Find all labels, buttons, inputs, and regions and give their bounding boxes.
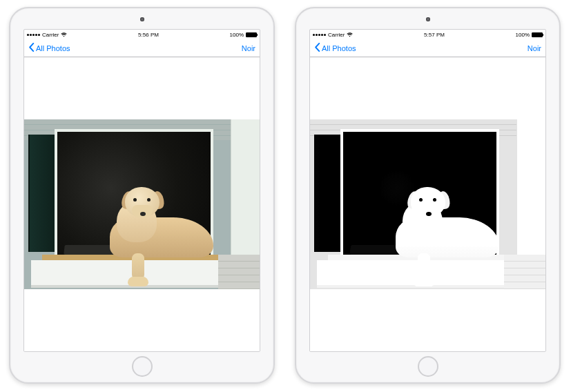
status-time: 5:57 PM (424, 32, 445, 38)
wifi-icon (61, 32, 67, 37)
ipad-device-right: Carrier 5:57 PM 100% All Photos (295, 7, 561, 384)
photo-content[interactable] (24, 57, 260, 351)
back-label: All Photos (322, 44, 356, 52)
nav-bar: All Photos Noir (310, 39, 545, 57)
status-bar: Carrier 5:56 PM 100% (24, 30, 260, 39)
ipad-device-left: Carrier 5:56 PM 100% All Photos (9, 7, 275, 384)
battery-percent: 100% (516, 32, 530, 38)
battery-percent: 100% (230, 32, 244, 38)
status-bar: Carrier 5:57 PM 100% (310, 30, 545, 39)
photo-image-noir (310, 119, 545, 289)
status-time: 5:56 PM (138, 32, 159, 38)
nav-bar: All Photos Noir (24, 39, 260, 57)
photo-content[interactable] (310, 57, 545, 351)
action-label: Noir (528, 44, 541, 52)
battery-icon (532, 32, 543, 37)
action-label: Noir (242, 44, 255, 52)
battery-icon (246, 32, 257, 37)
carrier-label: Carrier (42, 32, 59, 38)
photo-image-color (24, 119, 260, 289)
home-button[interactable] (132, 356, 153, 377)
carrier-label: Carrier (328, 32, 345, 38)
signal-dots-icon (27, 34, 40, 36)
camera-dot (140, 17, 144, 21)
screen: Carrier 5:56 PM 100% All Photos (23, 29, 260, 352)
wifi-icon (347, 32, 353, 37)
home-button[interactable] (418, 356, 438, 377)
screen: Carrier 5:57 PM 100% All Photos (309, 29, 546, 352)
back-button[interactable]: All Photos (28, 43, 70, 53)
back-button[interactable]: All Photos (314, 43, 356, 53)
back-label: All Photos (36, 44, 70, 52)
chevron-left-icon (28, 43, 35, 53)
chevron-left-icon (314, 43, 320, 53)
noir-action-button[interactable]: Noir (242, 44, 255, 52)
noir-action-button[interactable]: Noir (528, 44, 541, 52)
camera-dot (426, 17, 430, 21)
signal-dots-icon (313, 34, 326, 36)
